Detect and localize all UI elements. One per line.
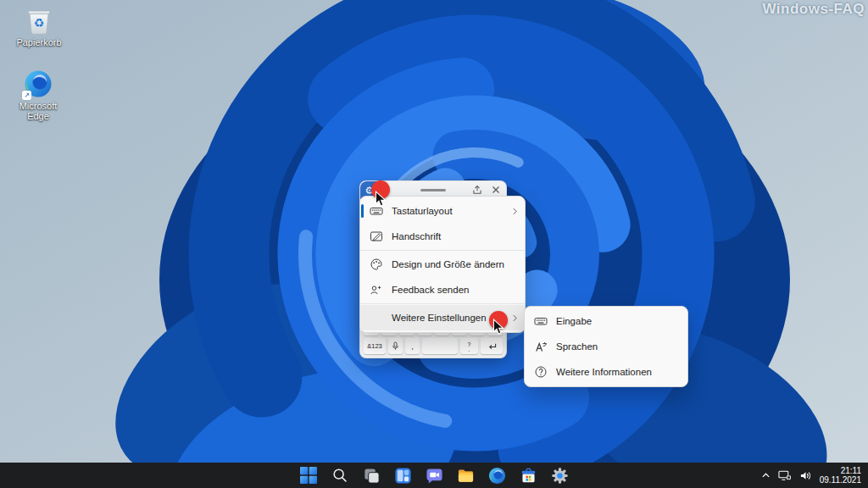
theme-icon xyxy=(369,258,383,272)
keyboard-icon xyxy=(533,314,548,329)
desktop-icon-recycle-bin[interactable]: ♻ Papierkorb xyxy=(10,6,68,47)
menu-item-feedback[interactable]: Feedback senden xyxy=(360,277,525,302)
start-button[interactable] xyxy=(298,465,319,485)
widgets-button[interactable] xyxy=(392,465,413,485)
settings-button[interactable] xyxy=(549,465,570,485)
search-button[interactable] xyxy=(330,465,350,485)
desktop-icon-label: Papierkorb xyxy=(16,37,61,47)
tray-time: 21:11 xyxy=(820,466,861,476)
symbols-key[interactable]: &123 xyxy=(364,338,386,354)
menu-item-label: Tastaturlayout xyxy=(392,206,513,216)
svg-text:♻: ♻ xyxy=(34,16,45,30)
handwriting-icon xyxy=(369,230,383,244)
submenu-item-weitere-informationen[interactable]: Weitere Informationen xyxy=(525,359,687,385)
menu-item-label: Design und Größe ändern xyxy=(392,259,517,269)
keyboard-keys-area: &123 , ? . xyxy=(364,330,503,354)
desktop-icon-label: Microsoft Edge xyxy=(9,101,67,121)
desktop: Windows-FAQ ♻ Papierkorb xyxy=(0,0,868,488)
weitere-einstellungen-submenu: Eingabe Sprachen Weitere Informationen xyxy=(524,306,688,387)
chevron-right-icon xyxy=(513,208,517,215)
chat-icon xyxy=(426,467,443,485)
space-key[interactable] xyxy=(422,338,458,354)
chevron-right-icon xyxy=(513,314,517,322)
microphone-icon xyxy=(392,341,399,352)
question-period-key[interactable]: ? . xyxy=(460,338,478,354)
info-icon xyxy=(533,365,548,380)
settings-gear-icon xyxy=(551,467,569,485)
drag-handle[interactable] xyxy=(420,189,446,191)
close-icon[interactable] xyxy=(492,186,500,194)
language-icon xyxy=(533,340,548,354)
edge-button[interactable] xyxy=(487,465,507,485)
desktop-icon-edge[interactable]: ↗ Microsoft Edge xyxy=(9,69,67,121)
tray-date: 09.11.2021 xyxy=(820,475,861,485)
tray-chevron-up-icon[interactable] xyxy=(761,471,771,480)
chat-button[interactable] xyxy=(424,465,444,485)
file-explorer-icon xyxy=(457,467,475,485)
windows-start-icon xyxy=(299,466,318,485)
feedback-icon xyxy=(369,283,383,297)
shortcut-arrow-icon: ↗ xyxy=(22,91,31,100)
task-view-button[interactable] xyxy=(361,465,381,485)
store-icon xyxy=(520,467,537,485)
task-view-icon xyxy=(363,467,381,485)
submenu-item-label: Sprachen xyxy=(556,341,680,352)
mouse-cursor xyxy=(375,191,387,208)
volume-icon[interactable] xyxy=(799,470,812,481)
submenu-item-sprachen[interactable]: Sprachen xyxy=(525,334,687,359)
undock-keyboard-icon[interactable] xyxy=(472,185,482,195)
site-watermark: Windows-FAQ xyxy=(762,1,865,18)
search-icon xyxy=(331,467,348,484)
recycle-bin-icon: ♻ xyxy=(24,6,54,35)
submenu-item-eingabe[interactable]: Eingabe xyxy=(525,308,687,334)
enter-icon xyxy=(487,342,497,351)
menu-separator xyxy=(360,250,525,251)
menu-item-label: Handschrift xyxy=(392,231,517,241)
submenu-item-label: Weitere Informationen xyxy=(556,367,680,377)
edge-icon xyxy=(488,467,506,485)
store-button[interactable] xyxy=(518,465,538,485)
mic-key[interactable] xyxy=(388,338,403,354)
file-explorer-button[interactable] xyxy=(455,465,476,485)
clock[interactable]: 21:11 09.11.2021 xyxy=(820,466,861,485)
menu-item-handschrift[interactable]: Handschrift xyxy=(360,224,525,249)
widgets-icon xyxy=(394,467,412,485)
menu-item-design-groesse[interactable]: Design und Größe ändern xyxy=(360,252,525,277)
menu-item-label: Feedback senden xyxy=(392,285,517,295)
mouse-cursor xyxy=(492,319,504,336)
enter-key[interactable] xyxy=(481,338,503,354)
empty-icon-slot xyxy=(369,311,383,325)
submenu-item-label: Eingabe xyxy=(556,316,680,326)
selection-indicator xyxy=(361,204,364,218)
taskbar: 21:11 09.11.2021 xyxy=(0,463,868,488)
network-icon[interactable] xyxy=(778,470,792,481)
comma-key[interactable]: , xyxy=(405,338,420,354)
menu-separator xyxy=(360,303,525,304)
